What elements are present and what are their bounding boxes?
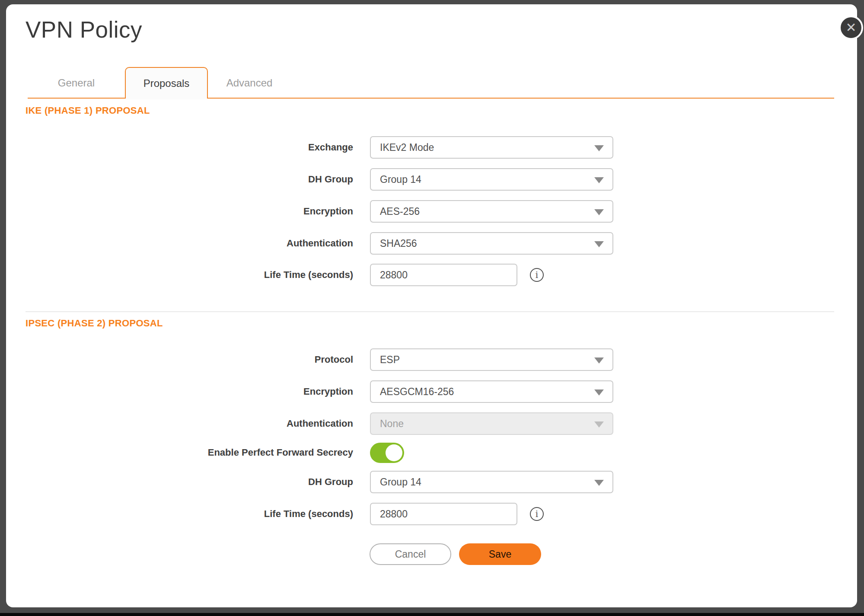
encryption-label: Encryption — [26, 206, 353, 217]
authentication-row: Authentication SHA256 — [26, 232, 613, 255]
chevron-down-icon — [594, 421, 604, 428]
life-time-phase2-label: Life Time (seconds) — [26, 508, 353, 520]
encryption-phase2-row: Encryption AESGCM16-256 — [26, 380, 613, 403]
life-time-phase2-input[interactable] — [370, 503, 517, 525]
chevron-down-icon — [594, 357, 604, 364]
pfs-toggle[interactable] — [370, 443, 404, 463]
tab-advanced-label: Advanced — [226, 77, 273, 89]
protocol-value: ESP — [380, 354, 400, 366]
encryption-phase2-dropdown[interactable]: AESGCM16-256 — [370, 380, 613, 403]
protocol-row: Protocol ESP — [26, 348, 613, 371]
ipsec-phase2-heading: IPSEC (PHASE 2) PROPOSAL — [26, 318, 163, 329]
info-icon[interactable]: i — [530, 268, 544, 282]
cancel-button[interactable]: Cancel — [370, 543, 451, 565]
dh-group-phase2-row: DH Group Group 14 — [26, 471, 613, 493]
tab-advanced[interactable]: Advanced — [208, 67, 291, 99]
chevron-down-icon — [594, 389, 604, 396]
dh-group-phase2-dropdown[interactable]: Group 14 — [370, 471, 613, 493]
page-title: VPN Policy — [26, 16, 142, 43]
encryption-phase2-value: AESGCM16-256 — [380, 386, 454, 398]
authentication-dropdown[interactable]: SHA256 — [370, 232, 613, 255]
life-time-row: Life Time (seconds) i — [26, 264, 544, 286]
exchange-row: Exchange IKEv2 Mode — [26, 136, 613, 159]
authentication-value: SHA256 — [380, 238, 417, 249]
dh-group-phase2-value: Group 14 — [380, 476, 421, 488]
pfs-row: Enable Perfect Forward Secrecy — [26, 441, 404, 464]
vpn-policy-dialog: ✕ VPN Policy General Proposals Advanced … — [6, 4, 857, 607]
tab-general-label: General — [58, 77, 95, 89]
tab-general[interactable]: General — [28, 67, 125, 99]
chevron-down-icon — [594, 480, 604, 486]
save-button[interactable]: Save — [459, 543, 541, 565]
section-divider — [26, 311, 834, 312]
authentication-phase2-row: Authentication None — [26, 412, 613, 435]
chevron-down-icon — [594, 241, 604, 247]
authentication-phase2-label: Authentication — [26, 418, 353, 429]
toggle-knob — [386, 444, 402, 461]
footer-actions: Cancel Save — [370, 543, 541, 565]
ike-phase1-heading: IKE (PHASE 1) PROPOSAL — [26, 105, 150, 116]
close-icon[interactable]: ✕ — [839, 16, 863, 40]
pfs-label: Enable Perfect Forward Secrecy — [26, 447, 353, 458]
encryption-dropdown[interactable]: AES-256 — [370, 200, 613, 223]
info-icon[interactable]: i — [530, 507, 544, 521]
protocol-label: Protocol — [26, 354, 353, 365]
chevron-down-icon — [594, 209, 604, 215]
dh-group-value: Group 14 — [380, 174, 421, 185]
tab-bar: General Proposals Advanced — [28, 67, 834, 99]
exchange-label: Exchange — [26, 142, 353, 153]
exchange-value: IKEv2 Mode — [380, 142, 434, 153]
dh-group-dropdown[interactable]: Group 14 — [370, 168, 613, 191]
chevron-down-icon — [594, 177, 604, 183]
authentication-label: Authentication — [26, 238, 353, 249]
protocol-dropdown[interactable]: ESP — [370, 348, 613, 371]
tab-proposals-label: Proposals — [143, 77, 190, 89]
close-x-glyph: ✕ — [845, 21, 856, 34]
dh-group-phase2-label: DH Group — [26, 476, 353, 488]
life-time-phase2-row: Life Time (seconds) i — [26, 503, 544, 525]
chevron-down-icon — [594, 145, 604, 151]
dh-group-row: DH Group Group 14 — [26, 168, 613, 191]
authentication-phase2-value: None — [380, 418, 404, 430]
authentication-phase2-dropdown: None — [370, 412, 613, 435]
life-time-label: Life Time (seconds) — [26, 269, 353, 281]
life-time-input[interactable] — [370, 264, 517, 286]
encryption-row: Encryption AES-256 — [26, 200, 613, 223]
exchange-dropdown[interactable]: IKEv2 Mode — [370, 136, 613, 159]
encryption-value: AES-256 — [380, 206, 420, 217]
tab-proposals[interactable]: Proposals — [125, 67, 208, 99]
encryption-phase2-label: Encryption — [26, 386, 353, 397]
dh-group-label: DH Group — [26, 174, 353, 185]
